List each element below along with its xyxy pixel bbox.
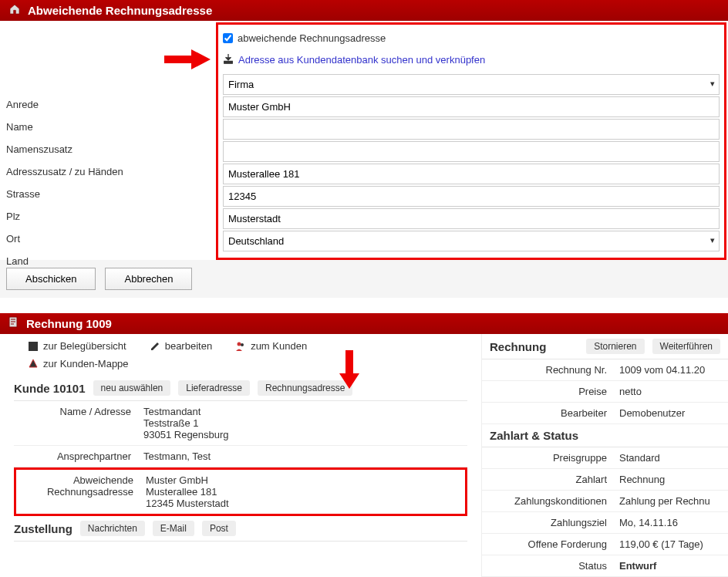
checkbox-label: abweichende Rechnungsadresse xyxy=(238,32,386,44)
pill-email[interactable]: E-Mail xyxy=(153,521,194,536)
pill-post[interactable]: Post xyxy=(202,521,236,536)
input-ort[interactable] xyxy=(223,208,720,229)
label-anrede: Anrede xyxy=(6,93,214,116)
svg-point-4 xyxy=(241,343,244,346)
row-ansprechpartner: Ansprechpartner Testmann, Test xyxy=(14,446,467,467)
label-ort: Ort xyxy=(6,228,214,250)
pill-stornieren[interactable]: Stornieren xyxy=(586,339,644,354)
row-zahlart: ZahlartRechnung xyxy=(482,469,728,491)
label-land: Land xyxy=(6,250,214,272)
input-plz[interactable] xyxy=(223,186,720,207)
invoice-header-title: Rechnung 1009 xyxy=(26,317,112,330)
row-preise: Preisenetto xyxy=(482,381,728,403)
label-namenszusatz: Namenszusatz xyxy=(6,138,214,160)
home-icon[interactable] xyxy=(8,3,22,18)
svg-point-3 xyxy=(238,342,241,346)
toolbar-mappe[interactable]: zur Kunden-Mappe xyxy=(28,358,129,369)
users-icon xyxy=(235,341,246,352)
kunde-header: Kunde 10101 neu auswählen Lieferadresse … xyxy=(14,376,467,401)
label-adresszusatz: Adresszusatz / zu Händen xyxy=(6,160,214,183)
toolbar-beleg[interactable]: zur Belegübersicht xyxy=(28,340,126,352)
select-land[interactable]: Deutschland xyxy=(223,231,720,251)
input-adresszusatz[interactable] xyxy=(223,141,720,162)
toolbar-bearbeiten[interactable]: bearbeiten xyxy=(150,340,212,352)
input-namenszusatz[interactable] xyxy=(223,119,720,140)
checkbox-abweichende[interactable] xyxy=(223,33,233,43)
zahlart-header: Zahlart & Status xyxy=(482,424,728,447)
label-name: Name xyxy=(6,116,214,138)
input-strasse[interactable] xyxy=(223,164,720,184)
toolbar2: zur Kunden-Mappe xyxy=(14,358,467,376)
label-plz: Plz xyxy=(6,205,214,228)
header-billing-address: Abweichende Rechnungsadresse xyxy=(0,0,728,21)
toolbar-kunden[interactable]: zum Kunden xyxy=(235,340,307,352)
row-rechnung-nr: Rechnung Nr.1009 vom 04.11.20 xyxy=(482,359,728,381)
arrow-down-icon xyxy=(338,350,361,389)
row-preisgruppe: PreisgruppeStandard xyxy=(482,447,728,469)
list-icon xyxy=(28,341,39,352)
row-status: StatusEntwurf xyxy=(482,555,728,577)
folder-icon xyxy=(28,359,39,369)
svg-rect-2 xyxy=(29,342,38,351)
row-bearbeiter: BearbeiterDemobenutzer xyxy=(482,403,728,424)
pill-neu-auswaehlen[interactable]: neu auswählen xyxy=(93,380,171,396)
pill-nachrichten[interactable]: Nachrichten xyxy=(80,521,145,536)
zustellung-title: Zustellung xyxy=(14,522,72,535)
download-icon xyxy=(223,53,234,66)
rechnung-panel-header: Rechnung Stornieren Weiterführen xyxy=(482,334,728,359)
form-labels-column: Anrede Name Namenszusatz Adresszusatz / … xyxy=(6,93,214,272)
row-zahlungskonditionen: ZahlungskonditionenZahlung per Rechnu xyxy=(482,491,728,512)
row-zahlungsziel: ZahlungszielMo, 14.11.16 xyxy=(482,512,728,534)
arrow-right-icon xyxy=(164,48,211,71)
pencil-icon xyxy=(150,341,160,352)
billing-address-form: abweichende Rechnungsadresse Adresse aus… xyxy=(216,22,726,260)
select-anrede[interactable]: Firma xyxy=(223,74,720,95)
label-strasse: Strasse xyxy=(6,183,214,205)
link-search-customer-db[interactable]: Adresse aus Kundendatenbank suchen und v… xyxy=(238,54,485,66)
svg-rect-0 xyxy=(224,62,233,64)
document-icon[interactable] xyxy=(8,316,20,331)
kunde-title: Kunde 10101 xyxy=(14,382,86,395)
header-invoice: Rechnung 1009 xyxy=(0,313,728,334)
pill-weiterfuehren[interactable]: Weiterführen xyxy=(652,339,720,354)
input-name[interactable] xyxy=(223,96,720,117)
row-abweichende-adresse: Abweichende Rechnungsadresse Muster GmbH… xyxy=(14,467,467,516)
header-title: Abweichende Rechnungsadresse xyxy=(28,4,212,17)
row-name-adresse: Name / Adresse Testmandant Teststraße 1 … xyxy=(14,401,467,446)
zustellung-header: Zustellung Nachrichten E-Mail Post xyxy=(14,516,467,542)
row-offene-forderung: Offene Forderung119,00 € (17 Tage) xyxy=(482,534,728,555)
pill-lieferadresse[interactable]: Lieferadresse xyxy=(178,380,250,396)
toolbar: zur Belegübersicht bearbeiten zum Kunden xyxy=(14,334,467,358)
